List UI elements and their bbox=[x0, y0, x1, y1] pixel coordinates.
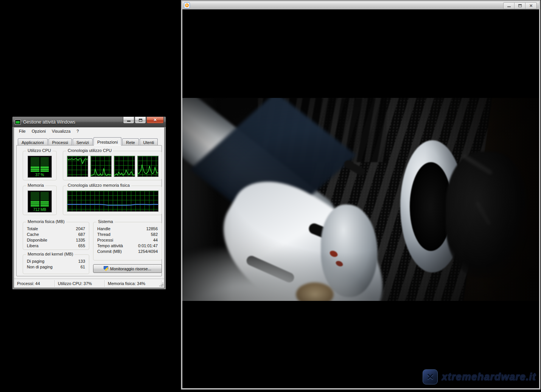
media-player-window: ✕ bbox=[181, 0, 541, 390]
task-manager-window: Gestione attività Windows ✕ File Opzioni… bbox=[12, 116, 166, 290]
minimize-button[interactable] bbox=[123, 117, 134, 124]
close-button[interactable]: ✕ bbox=[146, 117, 164, 124]
kernel-memory-stats: Di paging133Non di paging61 bbox=[27, 259, 85, 270]
uac-shield-icon bbox=[104, 266, 108, 271]
xtremehardware-logo-icon: ✕ bbox=[423, 369, 438, 384]
stat-row: Handle12856 bbox=[97, 226, 158, 232]
minimize-button[interactable] bbox=[504, 3, 515, 9]
stat-row: Commit (MB)1254/4094 bbox=[97, 249, 158, 254]
cpu-core2-graph bbox=[90, 156, 112, 177]
media-player-titlebar[interactable]: ✕ bbox=[182, 2, 539, 9]
tab-servizi[interactable]: Servizi bbox=[73, 138, 93, 146]
group-label: Cronologia utilizzo CPU bbox=[66, 148, 113, 153]
cpu-usage-value: 37 % bbox=[28, 173, 51, 177]
task-manager-app-icon[interactable] bbox=[15, 119, 21, 125]
tab-applicazioni[interactable]: Applicazioni bbox=[18, 138, 48, 146]
resize-grip[interactable] bbox=[162, 285, 163, 287]
cpu-core3-graph bbox=[114, 156, 135, 177]
kernel-memory-group: Memoria del kernel (MB) Di paging133Non … bbox=[23, 254, 89, 274]
group-label: Memoria bbox=[26, 183, 45, 187]
status-cpu-usage: Utilizzo CPU: 37% bbox=[55, 280, 105, 287]
resource-monitor-button[interactable]: Monitoraggio risorse... bbox=[93, 264, 162, 273]
status-bar: Processi: 44 Utilizzo CPU: 37% Memoria f… bbox=[14, 279, 164, 288]
menu-options[interactable]: Opzioni bbox=[29, 128, 48, 134]
watermark: ✕ xtremehardware.it bbox=[423, 369, 536, 384]
group-label: Cronologia utilizzo memoria fisica bbox=[66, 183, 131, 187]
tab-processi[interactable]: Processi bbox=[48, 138, 72, 146]
minimize-icon bbox=[127, 121, 131, 122]
menu-file[interactable]: File bbox=[16, 128, 28, 134]
menu-view[interactable]: Visualizza bbox=[49, 128, 73, 134]
close-button[interactable]: ✕ bbox=[525, 3, 536, 9]
tab-prestazioni[interactable]: Prestazioni bbox=[93, 137, 121, 146]
maximize-button[interactable] bbox=[515, 3, 525, 9]
cpu-history-group: Cronologia utilizzo CPU bbox=[63, 151, 162, 180]
stat-row: Disponibile1335 bbox=[27, 237, 85, 243]
minimize-icon bbox=[507, 6, 511, 7]
memory-history-graph bbox=[67, 191, 159, 212]
group-label: Memoria fisica (MB) bbox=[26, 219, 66, 224]
stat-row: Thread582 bbox=[97, 232, 158, 237]
maximize-icon bbox=[518, 4, 522, 7]
group-label: Utilizzo CPU bbox=[26, 148, 53, 153]
cpu-core1-graph bbox=[67, 156, 88, 177]
desktop: ✕ bbox=[0, 0, 541, 392]
stat-row: Non di paging61 bbox=[27, 264, 85, 270]
video-canvas[interactable]: ✕ xtremehardware.it bbox=[182, 9, 539, 388]
stat-row: Cache687 bbox=[27, 232, 85, 237]
status-processes: Processi: 44 bbox=[14, 280, 55, 287]
video-still-bottom-glow bbox=[182, 248, 375, 301]
cpu-usage-group: Utilizzo CPU 37 % bbox=[23, 151, 57, 180]
resource-monitor-button-label: Monitoraggio risorse... bbox=[110, 266, 151, 271]
group-label: Sistema bbox=[96, 219, 115, 224]
memory-gauge-group: Memoria 712 MB bbox=[23, 186, 57, 215]
media-player-caption-buttons: ✕ bbox=[503, 2, 537, 9]
system-stats: Handle12856Thread582Processi44Tempo atti… bbox=[97, 226, 158, 254]
window-title: Gestione attività Windows bbox=[23, 119, 75, 125]
status-physical-memory: Memoria fisica: 34% bbox=[105, 280, 162, 287]
stat-row: Totale2047 bbox=[27, 226, 85, 232]
tab-strip: Applicazioni Processi Servizi Prestazion… bbox=[18, 137, 160, 146]
watermark-text: xtremehardware.it bbox=[442, 371, 536, 383]
video-frame bbox=[182, 98, 539, 301]
close-icon: ✕ bbox=[529, 4, 533, 8]
memory-history-group: Cronologia utilizzo memoria fisica bbox=[63, 186, 162, 215]
stat-row: Di paging133 bbox=[27, 259, 85, 264]
close-icon: ✕ bbox=[153, 118, 157, 122]
memory-gauge: 712 MB bbox=[28, 191, 52, 212]
physical-memory-group: Memoria fisica (MB) Totale2047Cache687Di… bbox=[23, 222, 89, 250]
cpu-core4-graph bbox=[137, 156, 159, 177]
maximize-button[interactable] bbox=[135, 117, 146, 124]
cpu-usage-gauge: 37 % bbox=[28, 156, 52, 178]
task-manager-client-area: File Opzioni Visualizza ? Applicazioni P… bbox=[14, 127, 165, 288]
tab-utenti[interactable]: Utenti bbox=[140, 138, 158, 146]
memory-gauge-value: 712 MB bbox=[28, 208, 51, 212]
stat-row: Libera655 bbox=[27, 243, 85, 249]
task-manager-caption-buttons: ✕ bbox=[123, 117, 164, 124]
performance-tab-page: Utilizzo CPU 37 % Cronologia utilizzo CP… bbox=[16, 145, 162, 276]
menu-help[interactable]: ? bbox=[74, 128, 81, 134]
media-player-app-icon[interactable] bbox=[184, 2, 190, 8]
stat-row: Processi44 bbox=[97, 237, 158, 243]
stat-row: Tempo attività0:01:01:47 bbox=[97, 243, 158, 249]
physical-memory-stats: Totale2047Cache687Disponibile1335Libera6… bbox=[27, 226, 85, 249]
group-label: Memoria del kernel (MB) bbox=[26, 252, 75, 256]
menu-bar: File Opzioni Visualizza ? bbox=[14, 127, 164, 135]
tab-rete[interactable]: Rete bbox=[122, 138, 138, 146]
maximize-icon bbox=[139, 119, 142, 122]
system-group: Sistema Handle12856Thread582Processi44Te… bbox=[93, 222, 162, 260]
